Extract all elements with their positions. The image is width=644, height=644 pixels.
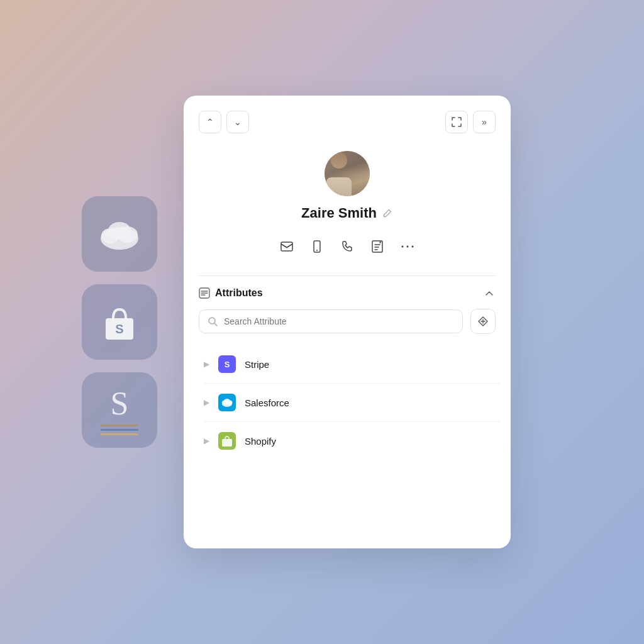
attributes-title-group: Attributes	[199, 287, 263, 299]
svg-text:S: S	[115, 322, 123, 336]
shopify-bag-icon: S	[99, 302, 140, 342]
profile-section: Zaire Smith	[199, 151, 496, 260]
attributes-header: Attributes	[199, 287, 496, 299]
shopify-integration-item[interactable]: ▶ Shopify	[199, 423, 496, 458]
shopify-bag-small-icon	[221, 435, 233, 447]
main-card: ⌃ ⌄ »	[184, 96, 511, 548]
call-button[interactable]	[333, 233, 361, 260]
phone-icon	[341, 241, 353, 252]
salesforce-app-icon	[82, 196, 157, 272]
search-input-wrap[interactable]	[199, 309, 463, 333]
more-icon	[401, 245, 414, 248]
note-button[interactable]	[364, 233, 391, 260]
shopify-app-icon: S	[82, 284, 157, 360]
email-icon	[280, 242, 293, 252]
action-icons-row	[273, 233, 421, 260]
edit-icon	[383, 209, 392, 218]
email-button[interactable]	[273, 233, 301, 260]
squarespace-letter: S	[111, 385, 129, 422]
skip-button[interactable]: »	[473, 111, 496, 133]
note-icon	[372, 240, 383, 253]
squarespace-decoration	[101, 425, 138, 426]
svg-rect-19	[222, 439, 232, 447]
section-divider	[199, 275, 496, 276]
stripe-logo: S	[218, 355, 236, 373]
toolbar-left: ⌃ ⌄	[199, 111, 249, 133]
up-button[interactable]: ⌃	[199, 111, 221, 133]
stripe-chevron-icon: ▶	[204, 360, 209, 369]
salesforce-logo	[218, 394, 236, 411]
more-button[interactable]	[394, 233, 421, 260]
app-icons-background: S S	[82, 196, 157, 448]
svg-point-18	[224, 399, 230, 404]
toolbar-right: »	[445, 111, 496, 133]
stripe-name: Stripe	[245, 359, 269, 370]
salesforce-integration-item[interactable]: ▶ Salesforce	[199, 385, 496, 420]
search-attribute-input[interactable]	[224, 316, 453, 326]
search-icon	[208, 317, 218, 326]
collapse-attributes-button[interactable]	[483, 288, 496, 298]
stripe-divider	[204, 383, 501, 384]
user-name-row: Zaire Smith	[301, 205, 393, 221]
shopify-logo	[218, 432, 236, 450]
salesforce-divider	[204, 421, 501, 422]
shopify-name: Shopify	[245, 436, 276, 447]
attributes-list-icon	[199, 287, 210, 299]
edit-name-button[interactable]	[382, 208, 393, 219]
card-toolbar: ⌃ ⌄ »	[199, 111, 496, 133]
integration-list: ▶ S Stripe ▶ Salesforce	[199, 347, 496, 458]
down-button[interactable]: ⌄	[226, 111, 249, 133]
stripe-integration-item[interactable]: ▶ S Stripe	[199, 347, 496, 382]
svg-point-11	[407, 246, 409, 248]
cloud-icon	[97, 218, 142, 250]
skip-icon: »	[482, 117, 487, 127]
avatar	[325, 151, 370, 196]
chevron-up-icon	[486, 291, 493, 296]
expand-button[interactable]	[445, 111, 468, 133]
mobile-button[interactable]	[303, 233, 331, 260]
svg-point-10	[402, 246, 404, 248]
stripe-letter: S	[225, 360, 230, 369]
down-icon: ⌄	[234, 117, 242, 127]
salesforce-chevron-icon: ▶	[204, 398, 209, 407]
svg-point-8	[316, 250, 318, 251]
salesforce-name: Salesforce	[245, 397, 289, 408]
diamond-plus-icon	[477, 316, 489, 327]
attributes-title: Attributes	[215, 287, 263, 299]
mobile-icon	[313, 240, 321, 253]
shopify-chevron-icon: ▶	[204, 436, 209, 445]
svg-point-12	[412, 246, 414, 248]
salesforce-cloud-icon	[221, 398, 233, 407]
add-attribute-button[interactable]	[470, 309, 496, 334]
search-bar	[199, 309, 496, 334]
up-icon: ⌃	[206, 117, 214, 127]
squarespace-decoration2	[101, 429, 138, 431]
svg-rect-6	[281, 242, 292, 251]
svg-point-3	[108, 222, 131, 240]
user-name: Zaire Smith	[301, 205, 377, 221]
attributes-section: Attributes	[199, 287, 496, 458]
squarespace-app-icon: S	[82, 372, 157, 448]
expand-icon	[452, 117, 462, 127]
squarespace-decoration3	[101, 433, 138, 435]
